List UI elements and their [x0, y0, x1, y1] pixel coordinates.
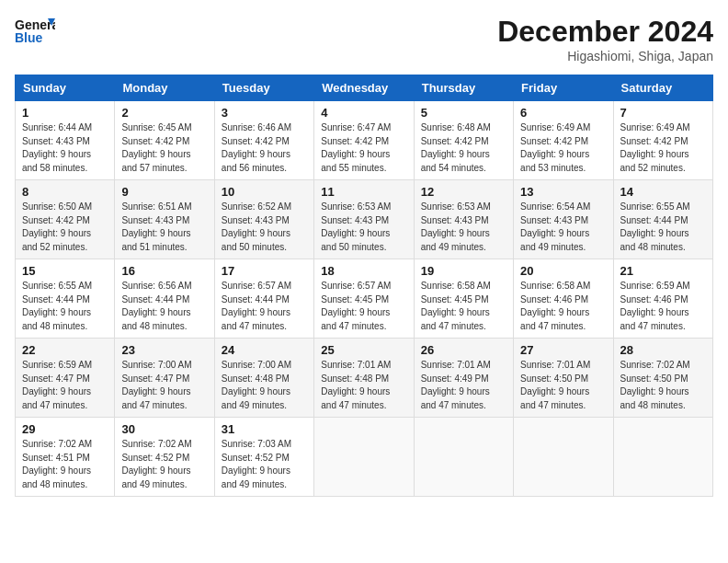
calendar-cell: 21 Sunrise: 6:59 AMSunset: 4:46 PMDaylig…	[613, 259, 712, 339]
col-header-sunday: Sunday	[16, 75, 115, 101]
day-number: 14	[620, 185, 706, 199]
day-info: Sunrise: 6:57 AMSunset: 4:45 PMDaylight:…	[321, 281, 391, 331]
col-header-monday: Monday	[115, 75, 214, 101]
calendar-cell	[613, 418, 712, 497]
day-number: 26	[421, 343, 506, 357]
day-info: Sunrise: 6:49 AMSunset: 4:42 PMDaylight:…	[620, 122, 690, 173]
day-number: 1	[22, 106, 108, 120]
day-number: 15	[22, 264, 108, 278]
col-header-saturday: Saturday	[613, 75, 712, 101]
day-number: 13	[520, 185, 606, 199]
day-info: Sunrise: 7:01 AMSunset: 4:48 PMDaylight:…	[321, 360, 391, 410]
calendar-week-row: 15 Sunrise: 6:55 AMSunset: 4:44 PMDaylig…	[16, 259, 713, 339]
day-info: Sunrise: 6:49 AMSunset: 4:42 PMDaylight:…	[520, 122, 590, 173]
calendar-header-row: SundayMondayTuesdayWednesdayThursdayFrid…	[16, 75, 713, 101]
day-number: 20	[520, 264, 606, 278]
calendar-cell: 31 Sunrise: 7:03 AMSunset: 4:52 PMDaylig…	[214, 418, 313, 497]
day-info: Sunrise: 7:02 AMSunset: 4:52 PMDaylight:…	[121, 439, 191, 489]
day-info: Sunrise: 6:56 AMSunset: 4:44 PMDaylight:…	[121, 281, 191, 331]
day-info: Sunrise: 6:58 AMSunset: 4:45 PMDaylight:…	[421, 281, 491, 331]
calendar-cell: 19 Sunrise: 6:58 AMSunset: 4:45 PMDaylig…	[414, 259, 513, 339]
calendar-cell: 5 Sunrise: 6:48 AMSunset: 4:42 PMDayligh…	[414, 101, 513, 180]
day-number: 10	[222, 185, 307, 199]
col-header-tuesday: Tuesday	[214, 75, 313, 101]
day-info: Sunrise: 6:53 AMSunset: 4:43 PMDaylight:…	[321, 201, 391, 252]
calendar-cell: 27 Sunrise: 7:01 AMSunset: 4:50 PMDaylig…	[514, 339, 613, 418]
col-header-thursday: Thursday	[414, 75, 513, 101]
calendar-subtitle: Higashiomi, Shiga, Japan	[497, 49, 713, 63]
calendar-cell: 7 Sunrise: 6:49 AMSunset: 4:42 PMDayligh…	[613, 101, 712, 180]
calendar-cell: 3 Sunrise: 6:46 AMSunset: 4:42 PMDayligh…	[214, 101, 313, 180]
calendar-cell: 30 Sunrise: 7:02 AMSunset: 4:52 PMDaylig…	[115, 418, 214, 497]
calendar-cell: 6 Sunrise: 6:49 AMSunset: 4:42 PMDayligh…	[514, 101, 613, 180]
calendar-cell: 28 Sunrise: 7:02 AMSunset: 4:50 PMDaylig…	[613, 339, 712, 418]
calendar-cell: 9 Sunrise: 6:51 AMSunset: 4:43 PMDayligh…	[115, 180, 214, 259]
day-info: Sunrise: 7:01 AMSunset: 4:50 PMDaylight:…	[520, 360, 590, 410]
calendar-cell: 29 Sunrise: 7:02 AMSunset: 4:51 PMDaylig…	[16, 418, 115, 497]
calendar-cell: 11 Sunrise: 6:53 AMSunset: 4:43 PMDaylig…	[314, 180, 414, 259]
logo-icon: General Blue	[15, 15, 55, 48]
day-number: 27	[520, 343, 606, 357]
day-number: 7	[620, 106, 706, 120]
day-number: 17	[222, 264, 307, 278]
day-info: Sunrise: 7:00 AMSunset: 4:47 PMDaylight:…	[121, 360, 191, 410]
day-info: Sunrise: 6:47 AMSunset: 4:42 PMDaylight:…	[321, 122, 391, 173]
day-info: Sunrise: 6:51 AMSunset: 4:43 PMDaylight:…	[121, 201, 191, 252]
day-number: 12	[421, 185, 506, 199]
day-number: 30	[121, 422, 207, 436]
day-number: 3	[222, 106, 307, 120]
page-header: General Blue December 2024 Higashiomi, S…	[15, 15, 713, 63]
day-info: Sunrise: 7:03 AMSunset: 4:52 PMDaylight:…	[222, 439, 291, 489]
day-info: Sunrise: 7:02 AMSunset: 4:51 PMDaylight:…	[22, 439, 92, 489]
day-info: Sunrise: 6:58 AMSunset: 4:46 PMDaylight:…	[520, 281, 590, 331]
calendar-cell: 1 Sunrise: 6:44 AMSunset: 4:43 PMDayligh…	[16, 101, 115, 180]
day-number: 29	[22, 422, 108, 436]
calendar-cell: 13 Sunrise: 6:54 AMSunset: 4:43 PMDaylig…	[514, 180, 613, 259]
day-number: 31	[222, 422, 307, 436]
calendar-cell: 20 Sunrise: 6:58 AMSunset: 4:46 PMDaylig…	[514, 259, 613, 339]
calendar-cell: 8 Sunrise: 6:50 AMSunset: 4:42 PMDayligh…	[16, 180, 115, 259]
calendar-week-row: 22 Sunrise: 6:59 AMSunset: 4:47 PMDaylig…	[16, 339, 713, 418]
day-number: 11	[321, 185, 406, 199]
calendar-cell	[414, 418, 513, 497]
calendar-week-row: 29 Sunrise: 7:02 AMSunset: 4:51 PMDaylig…	[16, 418, 713, 497]
day-info: Sunrise: 6:52 AMSunset: 4:43 PMDaylight:…	[222, 201, 291, 252]
day-info: Sunrise: 7:01 AMSunset: 4:49 PMDaylight:…	[421, 360, 491, 410]
calendar-cell: 10 Sunrise: 6:52 AMSunset: 4:43 PMDaylig…	[214, 180, 313, 259]
day-number: 9	[121, 185, 207, 199]
day-number: 8	[22, 185, 108, 199]
calendar-cell: 17 Sunrise: 6:57 AMSunset: 4:44 PMDaylig…	[214, 259, 313, 339]
day-info: Sunrise: 6:46 AMSunset: 4:42 PMDaylight:…	[222, 122, 291, 173]
day-info: Sunrise: 6:44 AMSunset: 4:43 PMDaylight:…	[22, 122, 92, 173]
day-info: Sunrise: 6:55 AMSunset: 4:44 PMDaylight:…	[22, 281, 92, 331]
calendar-cell: 25 Sunrise: 7:01 AMSunset: 4:48 PMDaylig…	[314, 339, 414, 418]
calendar-table: SundayMondayTuesdayWednesdayThursdayFrid…	[15, 75, 713, 497]
day-number: 2	[121, 106, 207, 120]
calendar-cell: 26 Sunrise: 7:01 AMSunset: 4:49 PMDaylig…	[414, 339, 513, 418]
day-info: Sunrise: 6:57 AMSunset: 4:44 PMDaylight:…	[222, 281, 291, 331]
day-number: 25	[321, 343, 406, 357]
calendar-cell: 23 Sunrise: 7:00 AMSunset: 4:47 PMDaylig…	[115, 339, 214, 418]
day-info: Sunrise: 6:45 AMSunset: 4:42 PMDaylight:…	[121, 122, 191, 173]
calendar-title: December 2024	[497, 15, 713, 49]
day-number: 21	[620, 264, 706, 278]
col-header-wednesday: Wednesday	[314, 75, 414, 101]
day-info: Sunrise: 6:54 AMSunset: 4:43 PMDaylight:…	[520, 201, 590, 252]
day-info: Sunrise: 6:59 AMSunset: 4:47 PMDaylight:…	[22, 360, 92, 410]
calendar-cell: 2 Sunrise: 6:45 AMSunset: 4:42 PMDayligh…	[115, 101, 214, 180]
title-area: December 2024 Higashiomi, Shiga, Japan	[497, 15, 713, 63]
calendar-week-row: 8 Sunrise: 6:50 AMSunset: 4:42 PMDayligh…	[16, 180, 713, 259]
day-info: Sunrise: 6:48 AMSunset: 4:42 PMDaylight:…	[421, 122, 491, 173]
day-number: 28	[620, 343, 706, 357]
day-number: 4	[321, 106, 406, 120]
day-info: Sunrise: 7:00 AMSunset: 4:48 PMDaylight:…	[222, 360, 291, 410]
day-info: Sunrise: 6:53 AMSunset: 4:43 PMDaylight:…	[421, 201, 491, 252]
calendar-cell: 14 Sunrise: 6:55 AMSunset: 4:44 PMDaylig…	[613, 180, 712, 259]
calendar-week-row: 1 Sunrise: 6:44 AMSunset: 4:43 PMDayligh…	[16, 101, 713, 180]
day-info: Sunrise: 6:59 AMSunset: 4:46 PMDaylight:…	[620, 281, 690, 331]
day-number: 23	[121, 343, 207, 357]
logo: General Blue	[15, 15, 55, 48]
day-number: 5	[421, 106, 506, 120]
day-info: Sunrise: 6:55 AMSunset: 4:44 PMDaylight:…	[620, 201, 690, 252]
day-number: 6	[520, 106, 606, 120]
